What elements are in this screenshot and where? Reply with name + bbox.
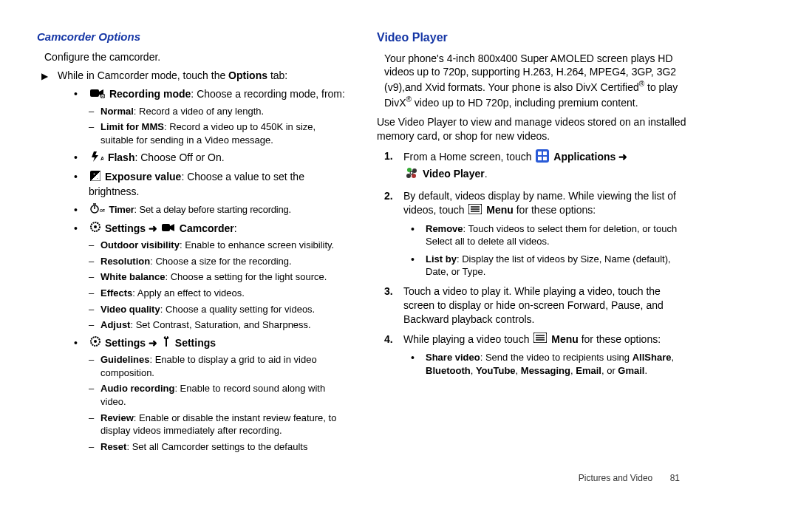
recmode-label: Recording mode bbox=[109, 88, 191, 100]
apps-icon bbox=[536, 149, 549, 166]
settings-label: Settings bbox=[105, 222, 146, 234]
dash-guidelines: Guidelines: Enable to display a grid to … bbox=[89, 353, 347, 379]
svg-point-15 bbox=[94, 340, 97, 343]
footer-page: 81 bbox=[670, 473, 680, 483]
menu-label-2: Menu bbox=[551, 333, 579, 345]
step-1: From a Home screen, touch Applications ➜… bbox=[384, 149, 687, 183]
gear-icon-2 bbox=[90, 336, 100, 350]
page-footer: Pictures and Video 81 bbox=[37, 472, 687, 484]
menu-icon-2 bbox=[533, 332, 547, 347]
reg-1: ® bbox=[639, 80, 644, 88]
bullet-settings-settings: Settings ➜ Settings Guidelines: Enable t… bbox=[66, 336, 347, 454]
dash-mms: Limit for MMS: Record a video up to 450K… bbox=[89, 120, 347, 146]
timer-icon: OFF bbox=[90, 203, 105, 217]
svg-rect-16 bbox=[536, 149, 549, 163]
menu-label: Menu bbox=[486, 204, 514, 216]
svg-point-23 bbox=[406, 174, 411, 178]
right-column: Video Player Your phone's 4-inch 800x400… bbox=[377, 30, 687, 457]
step-marker-icon: ▶ bbox=[41, 70, 48, 82]
bullet-settings-camcorder: Settings ➜ Camcorder: Outdoor visibility… bbox=[66, 222, 347, 332]
arrow-1: ➜ bbox=[149, 222, 157, 234]
svg-text:R: R bbox=[101, 94, 104, 98]
video-player-icon bbox=[405, 166, 418, 183]
flash-text: : Choose Off or On. bbox=[134, 151, 224, 163]
menu-icon bbox=[468, 204, 482, 218]
bullet-share: Share video: Send the video to recipient… bbox=[403, 351, 687, 377]
svg-rect-18 bbox=[543, 151, 547, 155]
dash-resolution: Resolution: Choose a size for the record… bbox=[89, 255, 347, 268]
camcorder-label: Camcorder bbox=[180, 222, 234, 234]
step-text-c: tab: bbox=[267, 69, 287, 81]
dash-reset: Reset: Set all Camcorder settings to the… bbox=[89, 440, 347, 454]
camcorder-icon bbox=[162, 222, 175, 236]
svg-rect-17 bbox=[538, 151, 542, 155]
svg-rect-19 bbox=[538, 157, 542, 160]
step-3: Touch a video to play it. While playing … bbox=[384, 284, 687, 327]
recmode-icon: R bbox=[90, 88, 105, 102]
bullet-recmode: R Recording mode: Choose a recording mod… bbox=[66, 87, 347, 146]
flash-icon: A bbox=[90, 151, 103, 166]
settings2-label: Settings bbox=[175, 337, 216, 349]
svg-rect-20 bbox=[543, 157, 547, 160]
timer-label: Timer bbox=[109, 204, 134, 215]
svg-text:+: + bbox=[93, 171, 95, 176]
timer-text: : Set a delay before starting recording. bbox=[134, 204, 291, 215]
step-text-a: While in Camcorder mode, touch the bbox=[58, 69, 228, 81]
dash-whitebalance: White balance: Choose a setting for the … bbox=[89, 270, 347, 284]
footer-section: Pictures and Video bbox=[579, 473, 653, 483]
video-player-heading: Video Player bbox=[377, 30, 687, 46]
vp-paragraph-1: Your phone's 4-inch 800x400 Super AMOLED… bbox=[384, 52, 687, 110]
svg-rect-0 bbox=[90, 89, 99, 97]
intro-text: Configure the camcorder. bbox=[44, 50, 347, 64]
svg-text:A: A bbox=[100, 156, 103, 161]
options-label: Options bbox=[228, 69, 267, 81]
gear-icon bbox=[90, 222, 100, 236]
dash-audio: Audio recording: Enable to record sound … bbox=[89, 382, 347, 408]
flash-label: Flash bbox=[108, 151, 135, 163]
dash-videoquality: Video quality: Choose a quality setting … bbox=[89, 303, 347, 316]
svg-point-12 bbox=[94, 225, 97, 228]
settings-label-2: Settings bbox=[105, 337, 146, 349]
svg-text:OFF: OFF bbox=[100, 208, 105, 213]
bullet-listby: List by: Display the list of videos by S… bbox=[403, 253, 687, 279]
dash-normal: Normal: Record a video of any length. bbox=[89, 105, 347, 118]
wrench-icon bbox=[162, 336, 171, 350]
main-step: ▶ While in Camcorder mode, touch the Opt… bbox=[58, 69, 347, 83]
reg-2: ® bbox=[406, 95, 412, 103]
dash-outdoor: Outdoor visibility: Enable to enhance sc… bbox=[89, 239, 347, 252]
arrow-2: ➜ bbox=[149, 337, 157, 349]
svg-rect-13 bbox=[162, 224, 170, 231]
exposure-label: Exposure value bbox=[105, 171, 182, 183]
bullet-flash: A Flash: Choose Off or On. bbox=[66, 151, 347, 166]
recmode-text: : Choose a recording mode, from: bbox=[191, 88, 345, 100]
svg-point-25 bbox=[410, 171, 413, 174]
vp-paragraph-2: Use Video Player to view and manage vide… bbox=[377, 115, 687, 143]
step-2: By default, videos display by name. Whil… bbox=[384, 189, 687, 279]
bullet-exposure: +- Exposure value: Choose a value to set… bbox=[66, 170, 347, 199]
vp-label: Video Player bbox=[423, 168, 485, 180]
dash-adjust: Adjust: Set Contrast, Saturation, and Sh… bbox=[89, 318, 347, 332]
exposure-icon: +- bbox=[90, 171, 100, 185]
camcorder-options-heading: Camcorder Options bbox=[37, 30, 347, 44]
bullet-remove: Remove: Touch videos to select them for … bbox=[403, 222, 687, 248]
apps-label: Applications bbox=[553, 151, 615, 163]
dash-review: Review: Enable or disable the instant re… bbox=[89, 412, 347, 437]
arrow-3: ➜ bbox=[618, 151, 627, 163]
bullet-timer: OFF Timer: Set a delay before starting r… bbox=[66, 203, 347, 217]
dash-effects: Effects: Apply an effect to videos. bbox=[89, 287, 347, 300]
step-4: While playing a video touch Menu for the… bbox=[384, 332, 687, 378]
left-column: Camcorder Options Configure the camcorde… bbox=[37, 30, 347, 457]
